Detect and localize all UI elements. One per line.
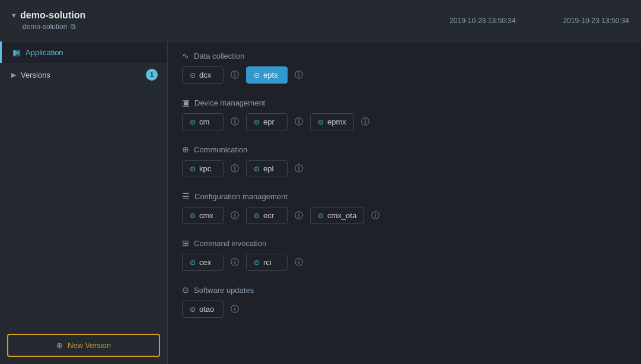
service-row-communication: ⊙kpcⓘ⊙eplⓘ <box>182 160 627 177</box>
section-header-data-collection: ∿Data collection <box>182 51 627 60</box>
ecr-icon: ⊙ <box>254 212 260 220</box>
section-header-communication: ⊕Communication <box>182 145 627 154</box>
sidebar: ▦ Application ▶ Versions 1 ⊕ New Version <box>0 41 168 364</box>
section-header-command-invocation: ⊞Command invocation <box>182 238 627 248</box>
service-button-cmx[interactable]: ⊙cmx <box>182 207 224 224</box>
info-button-epl[interactable]: ⓘ <box>292 162 305 175</box>
versions-badge: 1 <box>146 69 158 81</box>
info-button-epmx[interactable]: ⓘ <box>359 116 372 129</box>
info-button-ecr[interactable]: ⓘ <box>292 209 305 222</box>
section-software-updates: ⊙Software updates⊙otaoⓘ <box>182 285 627 318</box>
section-device-management: ▣Device management⊙cmⓘ⊙eprⓘ⊙epmxⓘ <box>182 98 627 130</box>
epl-icon: ⊙ <box>254 165 260 173</box>
cmx-icon: ⊙ <box>190 212 196 220</box>
service-button-cm[interactable]: ⊙cm <box>182 113 224 130</box>
otao-icon: ⊙ <box>190 305 196 314</box>
sidebar-spacer <box>0 87 167 327</box>
solution-name: demo-solution <box>20 10 85 21</box>
header-left: ▾ demo-solution demo-solution ⧉ <box>12 10 85 31</box>
service-row-device-management: ⊙cmⓘ⊙eprⓘ⊙epmxⓘ <box>182 113 627 130</box>
service-button-cex[interactable]: ⊙cex <box>182 254 224 271</box>
solution-title: ▾ demo-solution <box>12 10 85 21</box>
copy-icon[interactable]: ⧉ <box>71 23 76 31</box>
section-header-device-management: ▣Device management <box>182 98 627 107</box>
service-button-kpc[interactable]: ⊙kpc <box>182 160 224 177</box>
header-timestamps: 2019-10-23 13:50:34 2019-10-23 13:50:34 <box>449 17 629 25</box>
device-management-section-icon: ▣ <box>182 98 190 107</box>
cmx-label: cmx <box>199 211 213 220</box>
service-row-data-collection: ⊙dcxⓘ⊙eptsⓘ <box>182 66 627 84</box>
new-version-button[interactable]: ⊕ New Version <box>7 334 160 357</box>
top-header: ▾ demo-solution demo-solution ⧉ 2019-10-… <box>0 0 641 41</box>
data-collection-section-icon: ∿ <box>182 51 189 60</box>
cm-icon: ⊙ <box>190 118 196 126</box>
epl-label: epl <box>263 164 273 173</box>
timestamp1: 2019-10-23 13:50:34 <box>449 17 515 25</box>
kpc-icon: ⊙ <box>190 165 196 173</box>
cex-icon: ⊙ <box>190 258 196 267</box>
info-button-cm[interactable]: ⓘ <box>228 116 241 129</box>
sidebar-item-application[interactable]: ▦ Application <box>0 41 167 63</box>
service-button-epr[interactable]: ⊙epr <box>246 113 288 130</box>
plus-circle-icon: ⊕ <box>56 341 63 350</box>
dcx-icon: ⊙ <box>190 71 196 79</box>
section-command-invocation: ⊞Command invocation⊙cexⓘ⊙rciⓘ <box>182 238 627 271</box>
info-button-rci[interactable]: ⓘ <box>292 256 305 269</box>
cm-label: cm <box>199 117 209 126</box>
info-button-cmx[interactable]: ⓘ <box>228 209 241 222</box>
dcx-label: dcx <box>199 71 211 79</box>
service-button-rci[interactable]: ⊙rci <box>246 254 288 271</box>
service-button-cmx_ota[interactable]: ⊙cmx_ota <box>310 207 364 224</box>
service-button-epmx[interactable]: ⊙epmx <box>310 113 354 130</box>
section-title-device-management: Device management <box>194 98 265 107</box>
service-button-epts[interactable]: ⊙epts <box>246 66 288 84</box>
service-row-command-invocation: ⊙cexⓘ⊙rciⓘ <box>182 254 627 271</box>
info-button-kpc[interactable]: ⓘ <box>228 162 241 175</box>
info-button-epts[interactable]: ⓘ <box>292 69 305 82</box>
section-title-command-invocation: Command invocation <box>194 239 266 248</box>
rci-icon: ⊙ <box>254 258 260 267</box>
sidebar-item-label: Versions <box>21 71 141 79</box>
epts-icon: ⊙ <box>254 71 260 79</box>
configuration-management-section-icon: ☰ <box>182 191 190 201</box>
info-button-dcx[interactable]: ⓘ <box>228 69 241 82</box>
new-version-label: New Version <box>68 341 111 350</box>
sidebar-item-label: Application <box>25 48 158 57</box>
command-invocation-section-icon: ⊞ <box>182 238 189 248</box>
service-button-dcx[interactable]: ⊙dcx <box>182 66 224 84</box>
rci-label: rci <box>263 258 272 267</box>
application-icon: ▦ <box>11 47 21 57</box>
content-area: ∿Data collection⊙dcxⓘ⊙eptsⓘ▣Device manag… <box>168 41 641 364</box>
info-button-cmx_ota[interactable]: ⓘ <box>369 209 382 222</box>
solution-subtitle: demo-solution ⧉ <box>12 23 76 31</box>
section-header-software-updates: ⊙Software updates <box>182 285 627 295</box>
service-button-epl[interactable]: ⊙epl <box>246 160 288 177</box>
section-title-configuration-management: Configuration management <box>194 192 288 201</box>
cex-label: cex <box>199 258 211 267</box>
otao-label: otao <box>199 305 214 314</box>
service-row-software-updates: ⊙otaoⓘ <box>182 301 627 318</box>
section-title-data-collection: Data collection <box>194 52 244 60</box>
info-button-cex[interactable]: ⓘ <box>228 256 241 269</box>
timestamp2: 2019-10-23 13:50:34 <box>563 17 629 25</box>
info-button-otao[interactable]: ⓘ <box>228 303 241 316</box>
communication-section-icon: ⊕ <box>182 145 189 154</box>
sidebar-item-versions[interactable]: ▶ Versions 1 <box>0 63 167 87</box>
section-data-collection: ∿Data collection⊙dcxⓘ⊙eptsⓘ <box>182 51 627 84</box>
section-header-configuration-management: ☰Configuration management <box>182 191 627 201</box>
service-row-configuration-management: ⊙cmxⓘ⊙ecrⓘ⊙cmx_otaⓘ <box>182 207 627 224</box>
service-button-otao[interactable]: ⊙otao <box>182 301 224 318</box>
service-button-ecr[interactable]: ⊙ecr <box>246 207 288 224</box>
epmx-label: epmx <box>327 117 346 126</box>
cmx_ota-icon: ⊙ <box>318 212 324 220</box>
software-updates-section-icon: ⊙ <box>182 285 189 295</box>
epr-icon: ⊙ <box>254 118 260 126</box>
epr-label: epr <box>263 117 275 126</box>
info-button-epr[interactable]: ⓘ <box>292 116 305 129</box>
epts-label: epts <box>263 71 278 79</box>
main-body: ▦ Application ▶ Versions 1 ⊕ New Version… <box>0 41 641 364</box>
epmx-icon: ⊙ <box>318 118 324 126</box>
section-communication: ⊕Communication⊙kpcⓘ⊙eplⓘ <box>182 145 627 177</box>
ecr-label: ecr <box>263 211 274 220</box>
collapse-icon[interactable]: ▾ <box>12 11 15 20</box>
